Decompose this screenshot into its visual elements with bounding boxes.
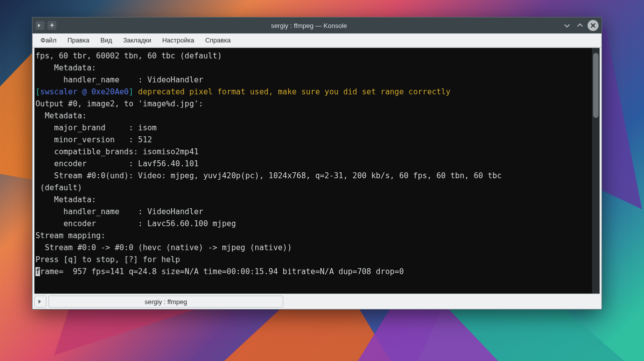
terminal-tab[interactable]: sergiy : ffmpeg: [48, 296, 283, 308]
term-line: Metadata:: [35, 111, 87, 120]
maximize-button[interactable]: [575, 20, 586, 31]
term-line: Stream #0:0 -> #0:0 (hevc (native) -> mj…: [35, 243, 292, 252]
scroll-thumb[interactable]: [593, 53, 599, 118]
terminal-container: fps, 60 tbr, 60002 tbn, 60 tbc (default)…: [34, 47, 600, 294]
term-line: Stream #0:0(und): Video: mjpeg, yuvj420p…: [35, 171, 502, 180]
term-line: handler_name : VideoHandler: [35, 207, 203, 216]
term-line: compatible_brands: isomiso2mp41: [35, 147, 199, 156]
terminal-cursor: f: [35, 267, 40, 276]
term-line: Metadata:: [35, 195, 96, 204]
terminal-scrollbar[interactable]: [592, 48, 600, 294]
menubar: Файл Правка Вид Закладки Настройка Справ…: [32, 33, 602, 47]
term-bracket: [: [35, 87, 40, 96]
window-title: sergiy : ffmpeg — Konsole: [56, 22, 562, 29]
term-line: encoder : Lavc56.60.100 mjpeg: [35, 219, 236, 228]
close-button[interactable]: [588, 20, 599, 31]
titlebar: sergiy : ffmpeg — Konsole: [32, 17, 602, 33]
konsole-window: sergiy : ffmpeg — Konsole Файл Правка Ви…: [32, 17, 602, 310]
pin-icon[interactable]: [47, 21, 56, 30]
menu-file[interactable]: Файл: [35, 34, 61, 46]
menu-help[interactable]: Справка: [200, 34, 236, 46]
term-line: Output #0, image2, to 'image%d.jpg':: [35, 99, 203, 108]
term-line: encoder : Lavf56.40.101: [35, 159, 199, 168]
term-line: major_brand : isom: [35, 123, 157, 132]
term-module: swscaler @ 0xe20Ae0: [40, 87, 128, 96]
term-bracket: ]: [129, 87, 138, 96]
term-line: handler_name : VideoHandler: [35, 75, 203, 84]
term-warning: deprecated pixel format used, make sure …: [138, 87, 450, 96]
new-tab-button[interactable]: [34, 296, 46, 308]
term-line: Stream mapping:: [35, 231, 105, 240]
menu-settings[interactable]: Настройка: [157, 34, 199, 46]
term-line: Press [q] to stop, [?] for help: [35, 255, 180, 264]
menu-bookmarks[interactable]: Закладки: [118, 34, 156, 46]
terminal-output[interactable]: fps, 60 tbr, 60002 tbn, 60 tbc (default)…: [34, 48, 592, 294]
app-menu-icon[interactable]: [35, 21, 44, 30]
tab-label: sergiy : ffmpeg: [144, 298, 187, 306]
term-line: Metadata:: [35, 63, 96, 72]
term-line: fps, 60 tbr, 60002 tbn, 60 tbc (default): [35, 51, 222, 60]
menu-view[interactable]: Вид: [95, 34, 117, 46]
term-line: minor_version : 512: [35, 135, 152, 144]
term-line: (default): [35, 183, 82, 192]
minimize-button[interactable]: [562, 20, 573, 31]
tabbar: sergiy : ffmpeg: [32, 294, 602, 309]
term-line: rame= 957 fps=141 q=24.8 size=N/A time=0…: [40, 267, 404, 276]
menu-edit[interactable]: Правка: [62, 34, 94, 46]
